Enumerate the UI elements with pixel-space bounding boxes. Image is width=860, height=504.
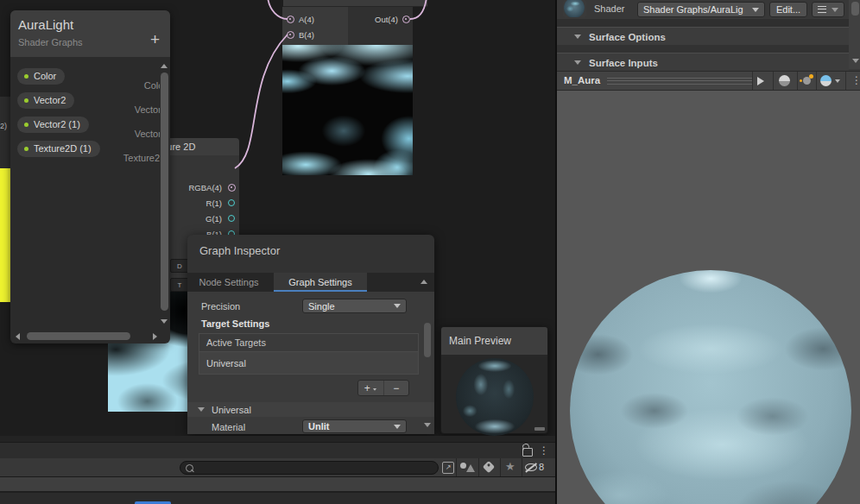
node-multiply[interactable]: A(4) B(4) Out(4) [282, 7, 413, 175]
kebab-menu-icon[interactable]: ⋮ [851, 75, 860, 85]
output-label-rgba: RGBA(4) [188, 183, 222, 192]
property-row[interactable]: Vector2 [17, 91, 74, 109]
port-output[interactable] [402, 16, 410, 23]
resize-handle[interactable] [534, 427, 545, 431]
graph-inspector-scrollbar[interactable] [423, 292, 433, 434]
separator [845, 72, 846, 90]
target-settings-label: Target Settings [201, 318, 269, 329]
shader-dropdown[interactable]: Shader Graphs/AuraLig [637, 2, 765, 17]
add-target-button[interactable]: + [358, 381, 384, 395]
project-header-row: ⋮ [0, 443, 555, 458]
scrollbar-thumb[interactable] [851, 2, 859, 16]
separator [752, 72, 753, 90]
material-dropdown[interactable]: Unlit [302, 419, 407, 433]
offscreen-port-label: 2) [0, 122, 7, 130]
search-input[interactable] [197, 463, 416, 474]
property-row[interactable]: Color [17, 67, 65, 85]
row-separator [557, 19, 849, 27]
eye-hidden-icon [525, 463, 537, 471]
port-r[interactable] [228, 199, 235, 206]
node-body: A(4) B(4) Out(4) [282, 7, 413, 45]
scroll-up-icon[interactable] [161, 64, 168, 68]
scrollbar-thumb[interactable] [424, 323, 431, 357]
precision-dropdown[interactable]: Single [302, 299, 407, 313]
scroll-left-icon[interactable] [16, 333, 20, 340]
shader-label: Shader [594, 3, 624, 14]
scroll-right-icon[interactable] [153, 333, 157, 340]
search-field[interactable] [180, 461, 439, 475]
project-browser-bars: ⋮ ↗ ★ 8 [0, 436, 555, 504]
preview-environment-icon[interactable] [820, 75, 832, 86]
scrollbar-thumb[interactable] [27, 332, 130, 340]
active-target-universal[interactable]: Universal [199, 352, 418, 374]
remove-target-button[interactable]: − [384, 381, 409, 395]
property-row[interactable]: Texture2D (1) [17, 140, 100, 157]
offscreen-node-fragment [0, 97, 10, 168]
blackboard-header[interactable]: AuraLight Shader Graphs + [10, 10, 170, 57]
port-input-a[interactable] [287, 16, 294, 23]
graph-inspector-panel[interactable]: Graph Inspector Node Settings Graph Sett… [187, 235, 434, 434]
kebab-menu-icon[interactable]: ⋮ [539, 445, 549, 456]
surface-inputs-foldout[interactable]: Surface Inputs [557, 53, 849, 72]
blackboard-panel[interactable]: AuraLight Shader Graphs + Color Color Ve… [10, 10, 170, 343]
property-pill-vector2[interactable]: Vector2 [17, 92, 74, 109]
separator [816, 72, 817, 90]
port-input-b[interactable] [287, 31, 294, 39]
drag-handle-icon[interactable] [607, 78, 752, 85]
property-dot-icon [24, 123, 28, 127]
material-preview-sphere[interactable] [570, 270, 851, 504]
open-search-window-icon[interactable]: ↗ [442, 462, 454, 474]
tab-graph-settings[interactable]: Graph Settings [274, 273, 367, 292]
blackboard-vertical-scrollbar[interactable] [160, 62, 170, 338]
hidden-packages-toggle[interactable]: 8 [525, 462, 544, 472]
project-toolbar: ↗ ★ 8 [0, 458, 555, 477]
search-by-type-icon[interactable] [460, 463, 476, 473]
scroll-down-icon[interactable] [852, 59, 859, 63]
foldout-arrow-icon [574, 35, 581, 39]
node-preview-texture [282, 45, 413, 175]
scrollbar-thumb[interactable] [161, 72, 168, 311]
project-content-row [0, 493, 555, 504]
search-by-label-icon[interactable] [483, 461, 495, 473]
property-pill-color[interactable]: Color [17, 68, 65, 85]
property-row[interactable]: Vector2 (1) [17, 116, 89, 133]
input-field-fragment-t[interactable]: T [170, 278, 189, 292]
material-preview-header[interactable]: M_Aura ⋮ [557, 71, 860, 91]
input-label-b: B(4) [299, 30, 314, 40]
preview-shape-sphere-icon[interactable] [779, 75, 790, 86]
scroll-down-icon[interactable] [161, 319, 168, 324]
property-dot-icon [24, 147, 28, 151]
favorites-icon[interactable]: ★ [505, 460, 515, 474]
port-rgba[interactable] [228, 184, 236, 192]
edit-shader-button[interactable]: Edit... [769, 2, 807, 17]
toolbar-separator [456, 458, 457, 476]
wire-rgba-to-input-b[interactable] [235, 35, 288, 168]
foldout-arrow-icon [198, 407, 205, 412]
preview-lighting-icon[interactable] [803, 77, 811, 85]
material-preview-area[interactable] [557, 91, 860, 504]
input-field-fragment-d[interactable]: D [170, 259, 189, 273]
main-preview-panel[interactable]: Main Preview [440, 326, 548, 434]
surface-inputs-label: Surface Inputs [589, 58, 658, 68]
port-g[interactable] [228, 215, 235, 222]
property-pill-vector2-1[interactable]: Vector2 (1) [17, 117, 89, 133]
material-thumbnail[interactable] [563, 0, 586, 17]
add-property-button[interactable]: + [150, 31, 160, 47]
universal-foldout[interactable]: Universal [187, 402, 434, 417]
scroll-down-icon[interactable] [424, 423, 431, 427]
output-label-r: R(1) [206, 198, 222, 208]
main-preview-sphere[interactable] [456, 358, 534, 436]
property-pill-texture2d-1[interactable]: Texture2D (1) [17, 141, 100, 157]
toolbar-separator [500, 458, 501, 476]
play-icon[interactable] [757, 77, 764, 85]
lock-icon[interactable] [522, 448, 533, 457]
blackboard-horizontal-scrollbar[interactable] [10, 331, 170, 342]
scroll-up-icon[interactable] [421, 280, 427, 284]
surface-options-foldout[interactable]: Surface Options [557, 27, 849, 46]
material-menu-button[interactable] [812, 2, 844, 17]
inspector-scrollbar[interactable] [849, 0, 860, 69]
graph-inspector-title: Graph Inspector [199, 244, 280, 257]
chevron-down-icon[interactable] [835, 79, 840, 83]
shader-graph-canvas[interactable]: 2) Sample Texture 2D RGBA(4) R(1) G(1) B… [0, 0, 555, 436]
tab-node-settings[interactable]: Node Settings [187, 273, 270, 292]
